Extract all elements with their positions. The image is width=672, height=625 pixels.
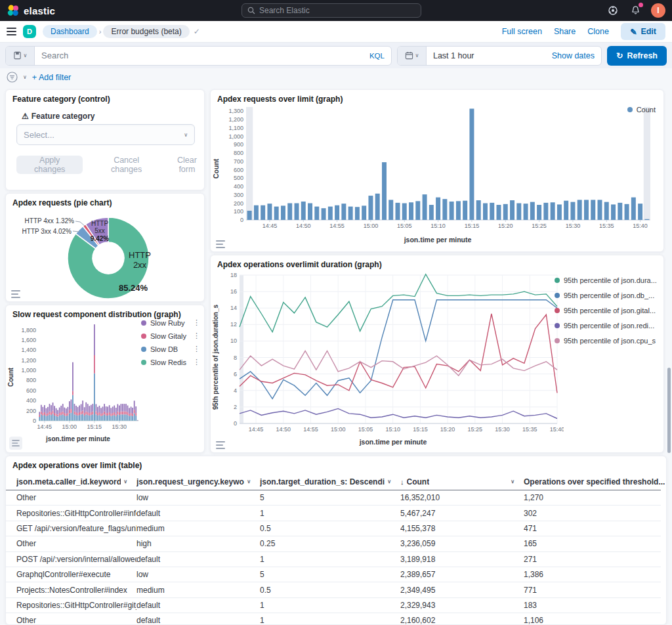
chevron-down-icon[interactable]: ∨ [665,479,667,485]
legend-item[interactable]: 95th percentile of json.redi... [555,322,658,330]
refresh-icon: ↻ [616,51,623,60]
line-series [240,314,557,393]
legend-label: 95th percentile of json.db_... [564,291,654,299]
table-cell: 165 [524,539,661,548]
table-cell: 2,389,657 [400,570,524,579]
legend-menu-icon[interactable]: ⋮ [193,332,200,340]
chevron-down-icon[interactable]: ∨ [385,479,391,485]
bar-segment [122,404,123,412]
settings-icon[interactable] [606,4,620,17]
svg-text:15:35: 15:35 [522,426,537,433]
clone-link[interactable]: Clone [587,27,609,36]
panel-options-icon[interactable] [11,290,20,298]
bar-segment [125,414,127,420]
chevron-down-icon[interactable]: ∨ [23,74,27,80]
legend-item[interactable]: 95th percentile of json.dura... [555,276,658,284]
time-range-value[interactable]: Last 1 hour [427,47,552,65]
bar [543,203,548,220]
bar-segment [42,416,43,421]
table-row[interactable]: POST /api/:version/internal/alloweddefau… [6,552,661,567]
table-row[interactable]: Otherlow516,352,0101,270 [6,490,661,506]
saved-query-menu-button[interactable]: ∨ [6,47,35,65]
legend-menu-icon[interactable]: ⋮ [193,358,200,366]
panel-options-icon[interactable] [216,441,225,449]
breadcrumb-dashboard[interactable]: Dashboard [43,25,97,38]
legend-item[interactable]: 95th percentile of json.db_... [555,291,658,299]
bar [537,205,541,220]
bar-segment [79,412,80,415]
panel-options-icon[interactable] [216,240,225,248]
bar-chart[interactable]: 01002003004005006007008009001,0001,1001,… [221,103,654,232]
user-avatar[interactable]: I [651,3,665,18]
chevron-down-icon[interactable]: ∨ [508,479,514,485]
filter-menu-icon[interactable] [7,72,18,83]
svg-text:1,300: 1,300 [228,108,243,114]
column-header[interactable]: json.target_duration_s: Descending∨ [260,477,400,486]
table-row[interactable]: GraphqlController#executelow52,389,6571,… [6,567,661,582]
menu-icon[interactable] [7,28,16,35]
column-header[interactable]: Operations over specified threshold...∨ [524,477,667,486]
legend-item[interactable]: Slow DB⋮ [141,345,200,353]
table-cell: 5,467,247 [400,509,524,518]
show-dates-link[interactable]: Show dates [552,51,601,60]
table-row[interactable]: Otherdefault12,160,6021,106 [6,613,661,625]
page-scrollbar[interactable] [667,368,671,453]
cancel-changes-button[interactable]: Cancel changes [100,156,152,174]
svg-text:15:05: 15:05 [397,223,412,229]
refresh-button[interactable]: ↻ Refresh [607,46,667,66]
table-row[interactable]: Otherhigh0.253,236,059165 [6,536,661,551]
line-chart[interactable]: 02468101214161814:4514:5014:5515:0015:05… [222,270,564,435]
table-row[interactable]: Projects::NotesController#indexmedium0.5… [6,582,661,597]
column-header[interactable]: json.meta.caller_id.keyword: Desce...∨ [6,477,136,486]
table-row[interactable]: Repositories::GitHttpController#git_upl.… [6,598,661,613]
search-input[interactable]: Search [35,47,369,65]
bar [570,202,575,220]
svg-text:15:10: 15:10 [430,223,446,229]
bar-segment [106,416,107,421]
legend-menu-icon[interactable]: ⋮ [193,345,200,353]
add-filter-link[interactable]: + Add filter [32,73,71,82]
clear-form-button[interactable]: Clear form [170,156,204,174]
feature-category-select[interactable]: Select... ∨ [16,124,195,145]
legend-menu-icon[interactable]: ⋮ [193,318,200,327]
legend-item[interactable]: Slow Redis⋮ [141,358,200,366]
share-link[interactable]: Share [554,27,576,36]
time-picker-menu-button[interactable]: ∨ [398,47,427,65]
apply-changes-button[interactable]: Apply changes [16,156,83,174]
panel-options-icon[interactable] [9,437,22,450]
column-header[interactable]: ↓Count∨ [400,477,524,486]
table-cell: 0.25 [260,539,400,548]
legend-item[interactable]: 95th percentile of json.cpu_s [555,337,658,345]
kql-button[interactable]: KQL [369,52,391,60]
chevron-down-icon[interactable]: ∨ [121,479,127,485]
table-row[interactable]: Repositories::GitHttpController#info_ref… [6,506,661,521]
full-screen-link[interactable]: Full screen [502,27,542,36]
elastic-logo[interactable]: elastic [7,4,55,17]
bar-segment [129,408,130,414]
column-header-label: Operations over specified threshold... [524,477,665,486]
bar [510,200,514,220]
svg-text:0: 0 [234,420,237,427]
breadcrumb-check-icon[interactable]: ✓ [194,27,200,36]
legend-item[interactable]: Slow Ruby⋮ [141,318,200,327]
bar-segment [92,412,93,415]
legend-item[interactable]: Count [627,106,656,114]
stacked-bar-chart[interactable]: 02004006008001,0001,2001,4001,6001,80014… [15,318,141,431]
column-header[interactable]: json.request_urgency.keyword: Des...∨ [136,477,260,486]
legend-item[interactable]: 95th percentile of json.gital... [555,307,658,314]
bar-segment [116,416,117,421]
global-search-input[interactable]: Search Elastic [242,3,421,18]
table-cell: 2,349,495 [400,586,524,595]
legend-dot-icon [141,347,146,352]
table-row[interactable]: GET /api/:version/feature_flags/unleash.… [6,521,661,536]
legend-item[interactable]: Slow Gitaly⋮ [141,332,200,340]
pie-label-5xx: 5xx [94,227,105,234]
edit-button[interactable]: ✎ Edit [621,23,665,40]
bar-segment [57,410,58,415]
space-badge[interactable]: D [23,25,36,38]
panel-apdex-requests-pie: Apdex requests (pie chart) HTTP 4xx 1.32… [5,193,205,302]
chevron-down-icon[interactable]: ∨ [244,479,251,485]
pie-chart[interactable]: HTTP 4xx 1.32% HTTP 3xx 4.02% HTTP 5xx 9… [9,205,203,300]
notifications-icon[interactable] [629,4,642,17]
bar [463,201,467,220]
